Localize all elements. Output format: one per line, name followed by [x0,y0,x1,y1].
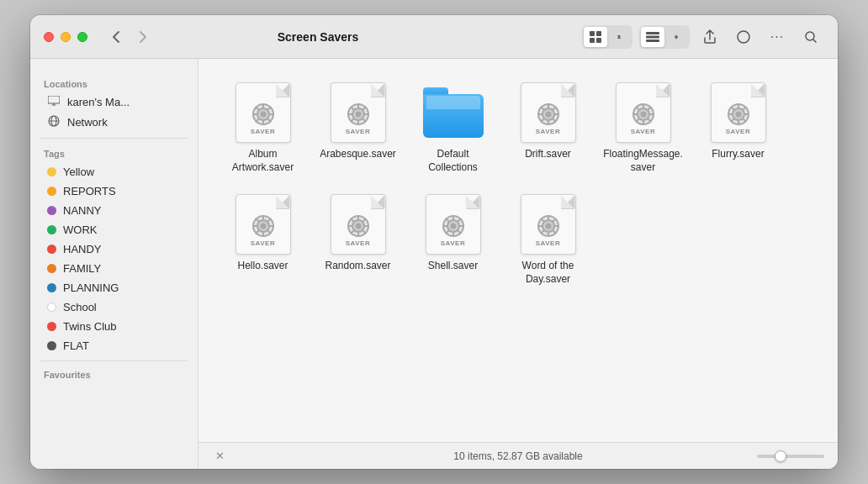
file-item-hello[interactable]: SAVER Hello.saver [219,187,307,292]
file-item-drift[interactable]: SAVER Drift.saver [504,76,592,181]
saver-file-icon: SAVER [331,194,386,255]
sidebar-item-twins-club[interactable]: Twins Club [34,317,194,336]
toolbar-right: ··· [582,25,824,49]
svg-rect-8 [48,96,60,103]
sidebar-item-family[interactable]: FAMILY [34,259,194,278]
status-text: 10 items, 52.87 GB available [453,450,582,462]
share-button[interactable] [696,25,723,49]
svg-rect-6 [646,39,659,42]
favourites-title: Favourites [30,366,198,383]
sidebar-label-network: Network [67,116,108,129]
file-icon-album-artwork: SAVER [233,82,294,143]
svg-point-37 [545,224,551,229]
svg-point-19 [545,112,551,118]
saver-file-icon: SAVER [236,82,291,143]
file-name-hello: Hello.saver [237,260,288,273]
flat-tag-dot [47,341,56,350]
sidebar-item-reports[interactable]: REPORTS [34,182,194,201]
view-toggle [582,25,632,49]
file-item-word-of-the-day[interactable]: SAVER Word of theDay.saver [504,187,592,292]
more-button[interactable]: ··· [764,25,791,49]
yellow-tag-dot [47,167,56,176]
file-name-arabesque: Arabesque.saver [320,148,396,161]
status-bar: ✕ 10 items, 52.87 GB available [198,442,838,469]
list-view-button[interactable] [641,27,664,47]
svg-point-34 [450,224,456,229]
slider-thumb [775,450,786,462]
locations-title: Locations [30,76,198,92]
file-icon-shell: SAVER [423,194,484,255]
svg-rect-5 [646,35,659,38]
file-icon-word-of-the-day: SAVER [518,194,579,255]
file-grid: SAVER AlbumArtwork.saver [198,59,838,442]
file-name-word-of-the-day: Word of theDay.saver [522,260,574,286]
file-icon-default-collections [423,82,484,143]
file-icon-random: SAVER [328,194,389,255]
sidebar-item-school[interactable]: School [34,297,194,317]
nanny-tag-dot [47,206,56,215]
sidebar-label-handy: HANDY [63,243,102,255]
file-icon-floating-message: SAVER [613,82,674,143]
svg-point-31 [355,224,361,229]
sidebar-item-planning[interactable]: PLANNING [34,278,194,297]
file-name-random: Random.saver [325,260,390,273]
family-tag-dot [47,264,56,273]
file-item-default-collections[interactable]: DefaultCollections [409,76,497,181]
file-item-shell[interactable]: SAVER Shell.saver [409,187,497,292]
sidebar-item-work[interactable]: WORK [34,220,194,239]
svg-point-16 [355,112,361,118]
saver-label: SAVER [441,239,465,247]
file-name-flurry: Flurry.saver [712,148,764,161]
tags-title: Tags [30,145,198,162]
sidebar-label-flat: FLAT [63,339,89,352]
saver-label: SAVER [726,128,750,135]
saver-label: SAVER [536,239,560,247]
file-item-random[interactable]: SAVER Random.saver [314,187,402,292]
sidebar-label-planning: PLANNING [63,281,119,294]
list-sort-button[interactable] [664,27,688,47]
window-title: Screen Savers [64,30,572,44]
zoom-slider[interactable] [757,455,824,458]
svg-rect-0 [590,31,595,36]
saver-file-icon: SAVER [711,82,766,143]
saver-label: SAVER [631,128,655,135]
twins-club-tag-dot [47,322,56,331]
close-button[interactable] [44,32,54,42]
file-name-default-collections: DefaultCollections [428,148,478,174]
sidebar-item-karens-mac[interactable]: karen's Ma... [34,92,194,112]
grid-view-button[interactable] [584,27,607,47]
saver-label: SAVER [251,239,275,247]
list-view-toggle [639,25,690,49]
sidebar-divider-1 [40,138,188,139]
finder-window: Screen Savers [30,15,838,469]
sidebar-item-network[interactable]: Network [34,112,194,133]
sort-button[interactable] [607,27,631,47]
saver-file-icon: SAVER [521,82,576,143]
sidebar-label-work: WORK [63,224,97,236]
saver-label: SAVER [251,128,275,135]
tag-button[interactable] [730,25,757,49]
svg-point-13 [260,112,266,118]
file-item-floating-message[interactable]: SAVER FloatingMessage.saver [599,76,687,181]
file-item-album-artwork[interactable]: SAVER AlbumArtwork.saver [219,76,307,181]
sidebar-item-nanny[interactable]: NANNY [34,201,194,220]
file-icon-drift: SAVER [518,82,579,143]
svg-rect-3 [596,38,601,43]
saver-file-icon: SAVER [426,194,481,255]
file-name-floating-message: FloatingMessage.saver [603,148,683,174]
file-item-flurry[interactable]: SAVER Flurry.saver [694,76,782,181]
sidebar-item-yellow[interactable]: Yellow [34,162,194,182]
sidebar-label-twins-club: Twins Club [63,320,117,333]
reports-tag-dot [47,187,56,196]
sidebar-item-flat[interactable]: FLAT [34,336,194,355]
search-button[interactable] [797,25,824,49]
slider-track [757,455,824,458]
saver-label: SAVER [346,128,370,135]
file-item-arabesque[interactable]: SAVER Arabesque.saver [314,76,402,181]
status-bar-close-button[interactable]: ✕ [212,449,227,464]
computer-icon [47,96,61,108]
handy-tag-dot [47,245,56,254]
sidebar-item-handy[interactable]: HANDY [34,239,194,259]
svg-rect-1 [596,31,601,36]
sidebar-label-nanny: NANNY [63,204,102,217]
